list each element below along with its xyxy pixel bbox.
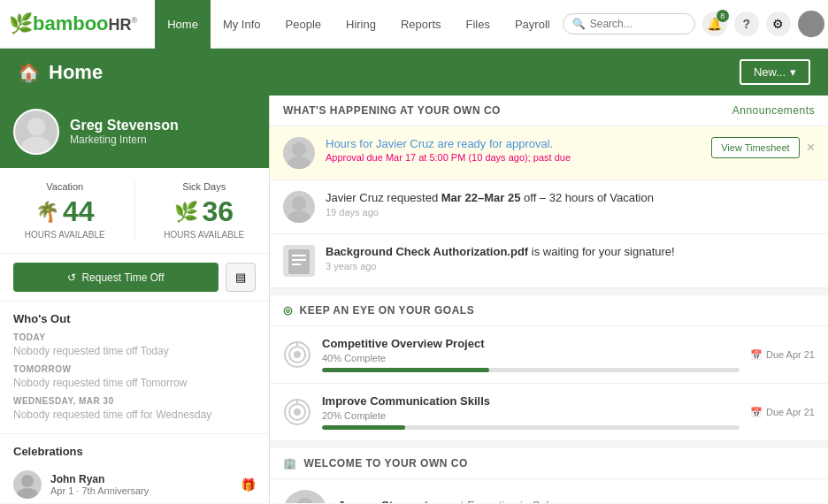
stat-divider [134,181,135,240]
whats-happening-header: WHAT'S HAPPENING AT YOUR OWN CO Announce… [270,95,828,126]
notif-text-before-1: Javier Cruz requested [326,191,441,204]
svg-rect-12 [288,249,310,274]
header-right: 🔍 🔔 8 ? ⚙ [563,11,824,37]
view-timesheet-button[interactable]: View Timesheet [711,137,799,158]
tomorrow-nobody: Nobody requested time off Tomorrow [13,377,256,389]
help-icon: ? [742,17,750,31]
notif-text-1: Javier Cruz requested Mar 22–Mar 25 off … [326,191,815,204]
user-avatar[interactable] [798,11,824,37]
refresh-icon: ↺ [67,271,76,284]
nav-people[interactable]: People [273,0,334,49]
goal-due-1: 📅 Due Apr 21 [750,407,815,418]
vacation-sub: HOURS AVAILABLE [13,230,117,240]
notif-avatar-0 [283,137,315,169]
welcome-header: 🏢 WELCOME TO YOUR OWN CO [270,448,828,479]
progress-bar-1 [322,425,740,430]
notif-text-2: Background Check Authorization.pdf is wa… [326,245,815,258]
dropdown-arrow-icon: ▾ [790,65,796,79]
page-title: Home [49,61,103,84]
profile-name: Greg Stevenson [70,118,179,134]
notif-body-1: Javier Cruz requested Mar 22–Mar 25 off … [326,191,815,218]
new-button-label: New... [754,65,786,79]
notification-card-2: Background Check Authorization.pdf is wa… [270,234,828,288]
profile-info: Greg Stevenson Marketing Intern [70,118,179,146]
search-box[interactable]: 🔍 [563,13,695,34]
progress-fill-0 [322,368,489,372]
welcome-avatar [283,490,327,503]
new-button[interactable]: New... ▾ [740,59,810,85]
gift-icon-0[interactable]: 🎁 [241,477,256,492]
progress-fill-1 [322,425,405,430]
goal-body-0: Competitive Overview Project 40% Complet… [322,337,740,372]
celebrations-title: Celebrations [13,445,256,458]
celebrations-section: Celebrations John Ryan Apr 1 · 7th Anniv… [0,434,269,503]
celeb-detail-0: Apr 1 · 7th Anniversary [50,485,232,496]
welcome-section: 🏢 WELCOME TO YOUR OWN CO Jeremy Steven A… [270,448,828,503]
announcements-link[interactable]: Announcements [732,104,815,117]
sick-icon: 🌿 [174,201,198,224]
notif-avatar-2 [283,245,315,277]
notif-title-0[interactable]: Hours for Javier Cruz are ready for appr… [326,137,701,150]
calendar-icon-0: 📅 [750,349,763,361]
calculator-button[interactable]: ▤ [226,263,256,292]
notification-button[interactable]: 🔔 8 [702,11,727,36]
close-notification-icon[interactable]: × [807,141,815,155]
svg-point-8 [292,142,306,157]
logo: 🌿bambooHR® [9,12,137,35]
wednesday-nobody: Nobody requested time off for Wednesday [13,409,256,421]
notification-badge: 8 [717,10,729,22]
notif-subtitle-0: Approval due Mar 17 at 5:00 PM (10 days … [326,152,701,163]
svg-point-10 [292,196,306,210]
sick-label: Sick Days [153,181,257,192]
highlight-notification: Hours for Javier Cruz are ready for appr… [270,126,828,180]
nav-files[interactable]: Files [454,0,502,49]
right-panel: WHAT'S HAPPENING AT YOUR OWN CO Announce… [270,95,828,503]
welcome-name-text: Jeremy Steven [338,499,419,503]
header: 🌿bambooHR® Home My Info People Hiring Re… [0,0,828,49]
goal-title-0: Competitive Overview Project [322,337,740,350]
search-input[interactable] [590,18,686,30]
welcome-role-text: Account Executive in Sales [422,499,561,503]
nav-reports[interactable]: Reports [388,0,454,49]
help-button[interactable]: ? [734,11,759,36]
celeb-name-0: John Ryan [50,473,232,485]
svg-point-5 [17,488,38,499]
page-title-wrapper: 🏠 Home [18,61,103,84]
svg-point-18 [294,351,301,358]
welcome-name: Jeremy Steven Account Executive in Sales [338,499,561,503]
svg-point-2 [27,118,45,135]
notif-text-bold-2: Background Check Authorization.pdf [326,245,528,258]
goal-item-1: Improve Communication Skills 20% Complet… [270,384,828,441]
nav-myinfo[interactable]: My Info [211,0,273,49]
request-time-off-button[interactable]: ↺ Request Time Off [13,263,218,292]
calculator-icon: ▤ [235,271,246,284]
goal-icon-1 [283,398,311,426]
goal-due-0: 📅 Due Apr 21 [750,349,815,361]
left-panel: Greg Stevenson Marketing Intern Vacation… [0,95,270,503]
building-icon: 🏢 [283,457,297,470]
nav-payroll[interactable]: Payroll [502,0,563,49]
target-icon: ◎ [283,304,293,317]
sub-header: 🏠 Home New... ▾ [0,49,828,95]
action-buttons: ↺ Request Time Off ▤ [0,254,269,302]
main-content: Greg Stevenson Marketing Intern Vacation… [0,95,828,503]
notif-text-after-2: is waiting for your signature! [528,245,674,258]
progress-bar-0 [322,368,740,372]
main-nav: Home My Info People Hiring Reports Files… [155,0,563,49]
whats-happening-label: WHAT'S HAPPENING AT YOUR OWN CO [283,104,501,117]
calendar-icon-1: 📅 [750,407,763,418]
whos-out-today: TODAY Nobody requested time off Today [13,332,256,357]
goal-pct-1: 20% Complete [322,410,740,421]
nav-home[interactable]: Home [155,0,211,49]
settings-button[interactable]: ⚙ [766,11,791,36]
svg-point-11 [288,210,310,223]
vacation-stat: Vacation 🌴 44 HOURS AVAILABLE [13,181,117,240]
notif-body-0: Hours for Javier Cruz are ready for appr… [326,137,701,163]
celeb-avatar-0 [13,470,42,499]
profile-section: Greg Stevenson Marketing Intern [0,95,269,168]
celeb-info-0: John Ryan Apr 1 · 7th Anniversary [50,473,232,496]
whos-out-tomorrow: TOMORROW Nobody requested time off Tomor… [13,364,256,389]
nav-hiring[interactable]: Hiring [334,0,388,49]
goals-header: ◎ KEEP AN EYE ON YOUR GOALS [270,295,828,326]
vacation-icon: 🌴 [35,201,59,224]
